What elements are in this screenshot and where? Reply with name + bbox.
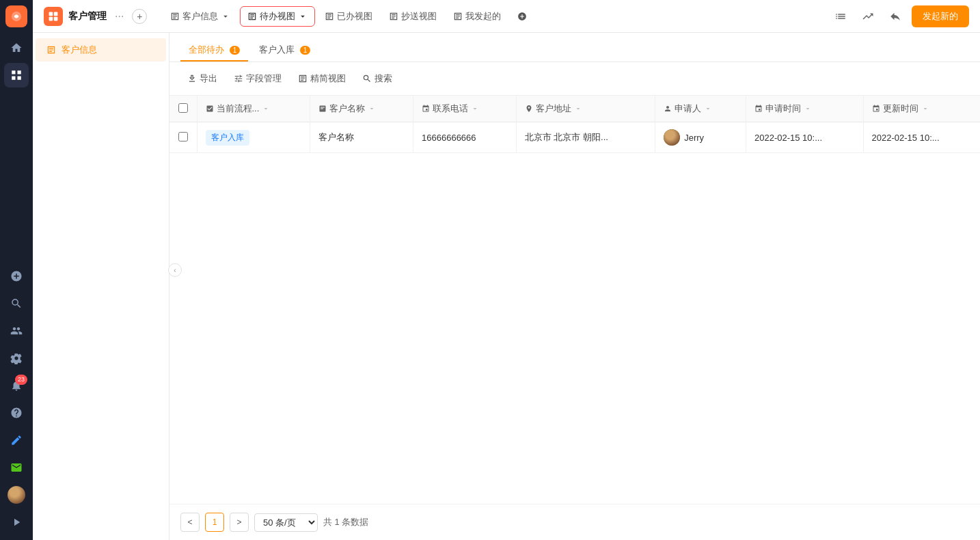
prev-page-btn[interactable]: < bbox=[180, 513, 200, 532]
sidebar-item-notifications[interactable]: 23 bbox=[4, 373, 29, 398]
tabs-bar: 全部待办 1 客户入库 1 bbox=[169, 33, 980, 62]
row-current-process: 客户入库 bbox=[197, 122, 310, 153]
applicant-avatar bbox=[664, 129, 680, 146]
nav-tab-copy-view[interactable]: 抄送视图 bbox=[382, 7, 444, 26]
row-applicant: Jerry bbox=[655, 122, 746, 153]
sidebar-item-mail[interactable] bbox=[4, 455, 29, 480]
row-apply-time: 2022-02-15 10:... bbox=[746, 122, 864, 153]
pagination: < 1 > 50 条/页 100 条/页 200 条/页 共 1 条数据 bbox=[169, 504, 980, 540]
table-header-row: 当前流程... 客户名称 bbox=[169, 96, 980, 122]
current-page-btn[interactable]: 1 bbox=[205, 513, 224, 532]
narrow-sidebar: 23 bbox=[0, 0, 33, 540]
panel-item-customer-info[interactable]: 客户信息 bbox=[36, 38, 166, 62]
search-btn[interactable]: 搜索 bbox=[355, 69, 399, 88]
row-checkbox-cell bbox=[169, 122, 197, 153]
tab-customer-warehouse[interactable]: 客户入库 1 bbox=[251, 40, 318, 62]
sidebar-item-avatar-small[interactable] bbox=[4, 483, 29, 507]
header-right-actions: 发起新的 bbox=[830, 5, 969, 27]
tab-all-pending[interactable]: 全部待办 1 bbox=[180, 40, 248, 62]
row-customer-name: 客户名称 bbox=[310, 122, 413, 153]
data-table: 当前流程... 客户名称 bbox=[169, 96, 980, 153]
header-add-btn[interactable]: + bbox=[132, 9, 147, 24]
th-apply-time: 申请时间 bbox=[746, 96, 864, 122]
row-checkbox[interactable] bbox=[178, 132, 188, 141]
next-page-btn[interactable]: > bbox=[230, 513, 249, 532]
right-panel: ‹ 全部待办 1 客户入库 1 导出 bbox=[169, 33, 980, 540]
sidebar-item-add[interactable] bbox=[4, 264, 29, 288]
import-export-btn[interactable] bbox=[884, 5, 906, 27]
app-title: 客户管理 bbox=[68, 10, 107, 23]
tab-customer-warehouse-badge: 1 bbox=[300, 46, 311, 55]
th-applicant: 申请人 bbox=[655, 96, 746, 122]
sidebar-item-expand[interactable] bbox=[4, 510, 29, 535]
notification-badge: 23 bbox=[15, 375, 27, 385]
data-table-container: 当前流程... 客户名称 bbox=[169, 96, 980, 504]
header-more-btn[interactable]: ··· bbox=[112, 8, 126, 25]
sidebar-item-apps[interactable] bbox=[4, 63, 29, 87]
svg-rect-1 bbox=[49, 12, 53, 16]
th-current-process: 当前流程... bbox=[197, 96, 310, 122]
tab-all-pending-badge: 1 bbox=[230, 46, 241, 55]
content-layout: 客户信息 ‹ 全部待办 1 客户入库 1 bbox=[33, 33, 980, 540]
export-btn[interactable]: 导出 bbox=[180, 69, 224, 88]
app-icon bbox=[44, 7, 63, 26]
row-address: 北京市 北京市 朝阳... bbox=[516, 122, 655, 153]
top-header: 客户管理 ··· + 客户信息 待办视图 已办视图 bbox=[33, 0, 980, 33]
th-address: 客户地址 bbox=[516, 96, 655, 122]
simple-view-btn[interactable]: 精简视图 bbox=[291, 69, 353, 88]
field-management-btn[interactable]: 字段管理 bbox=[227, 69, 288, 88]
applicant-name: Jerry bbox=[684, 133, 704, 143]
th-phone: 联系电话 bbox=[413, 96, 517, 122]
main-area: 客户管理 ··· + 客户信息 待办视图 已办视图 bbox=[33, 0, 980, 540]
start-new-btn[interactable]: 发起新的 bbox=[912, 5, 969, 27]
th-customer-name: 客户名称 bbox=[310, 96, 413, 122]
sidebar-item-contacts[interactable] bbox=[4, 319, 29, 343]
nav-tab-my-started[interactable]: 我发起的 bbox=[446, 7, 508, 26]
th-checkbox bbox=[169, 96, 197, 122]
app-logo bbox=[5, 5, 27, 27]
sidebar-item-settings[interactable] bbox=[4, 346, 29, 370]
nav-tab-done-view[interactable]: 已办视图 bbox=[318, 7, 379, 26]
nav-tab-add[interactable] bbox=[511, 8, 534, 25]
select-all-checkbox[interactable] bbox=[178, 103, 188, 113]
th-update-time: 更新时间 bbox=[863, 96, 980, 122]
total-count: 共 1 条数据 bbox=[323, 516, 368, 528]
sidebar-item-home[interactable] bbox=[4, 36, 29, 60]
sidebar-item-pen[interactable] bbox=[4, 428, 29, 453]
chart-view-btn[interactable] bbox=[857, 5, 879, 27]
toolbar: 导出 字段管理 精简视图 搜索 bbox=[169, 62, 980, 96]
sidebar-item-search[interactable] bbox=[4, 291, 29, 316]
nav-tab-pending-view[interactable]: 待办视图 bbox=[240, 6, 315, 27]
svg-rect-2 bbox=[54, 12, 58, 16]
left-panel: 客户信息 bbox=[33, 33, 169, 540]
sidebar-item-help[interactable] bbox=[4, 401, 29, 425]
table-row: 客户入库 客户名称 16666666666 北京市 北京市 朝阳... bbox=[169, 122, 980, 153]
status-tag: 客户入库 bbox=[206, 130, 249, 146]
nav-tab-customer-info[interactable]: 客户信息 bbox=[163, 7, 237, 26]
svg-rect-4 bbox=[54, 16, 58, 21]
page-size-select[interactable]: 50 条/页 100 条/页 200 条/页 bbox=[254, 513, 318, 532]
svg-rect-3 bbox=[49, 16, 53, 21]
list-view-btn[interactable] bbox=[830, 5, 852, 27]
header-nav: 客户信息 待办视图 已办视图 抄送视图 我发起的 bbox=[163, 6, 824, 27]
row-update-time: 2022-02-15 10:... bbox=[863, 122, 980, 153]
row-phone: 16666666666 bbox=[413, 122, 517, 153]
